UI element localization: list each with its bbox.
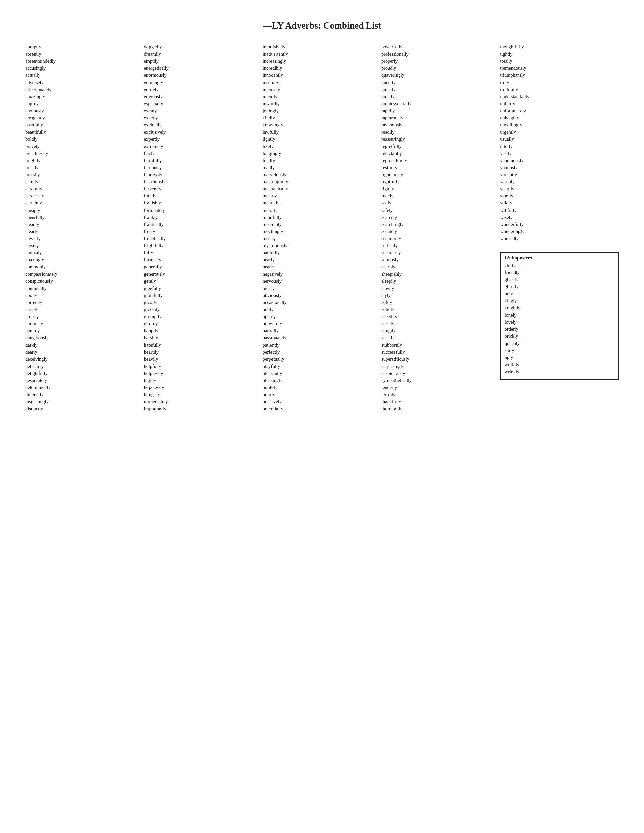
- word-item: righteously: [382, 171, 500, 178]
- word-item: poorly: [262, 391, 382, 398]
- word-item: thoughtfully: [500, 43, 619, 50]
- word-item: knowingly: [262, 121, 382, 129]
- word-item: intensely: [262, 86, 382, 93]
- word-item: desperately: [25, 377, 144, 384]
- word-item: suspiciously: [382, 370, 500, 377]
- word-item: nicely: [262, 285, 382, 292]
- word-item: playfully: [262, 363, 382, 370]
- word-item: coolly: [25, 292, 144, 299]
- word-item: crossly: [25, 313, 144, 320]
- word-item: compassionately: [25, 270, 144, 278]
- word-item: selfishly: [382, 242, 500, 249]
- imposters-word-item: knightly: [505, 304, 614, 312]
- word-item: stingily: [382, 327, 500, 334]
- word-item: understandably: [500, 93, 619, 100]
- word-item: dearly: [25, 349, 144, 356]
- imposters-word-item: queenly: [505, 340, 614, 347]
- word-item: negatively: [262, 270, 382, 278]
- word-item: delicately: [25, 363, 144, 370]
- word-item: guiltily: [144, 320, 262, 327]
- word-item: tremendously: [500, 64, 619, 72]
- word-item: sedately: [382, 228, 500, 235]
- word-item: delightfully: [25, 370, 144, 377]
- word-item: searchingly: [382, 221, 500, 228]
- word-item: wholly: [500, 192, 619, 199]
- word-item: successfully: [382, 349, 500, 356]
- word-item: vastly: [500, 150, 619, 157]
- word-item: cheaply: [25, 207, 144, 214]
- word-item: freely: [144, 228, 262, 235]
- word-item: patiently: [262, 341, 382, 349]
- word-item: speedily: [382, 313, 500, 320]
- word-item: utterly: [500, 143, 619, 150]
- imposters-word-item: ghastly: [505, 276, 614, 283]
- word-item: boldly: [25, 135, 144, 143]
- word-item: loudly: [262, 157, 382, 164]
- word-item: miserably: [262, 221, 382, 228]
- word-item: thoroughly: [382, 405, 500, 412]
- word-item: madly: [262, 164, 382, 171]
- word-item: distinctly: [25, 405, 144, 412]
- word-item: seriously: [382, 256, 500, 263]
- word-item: obviously: [262, 292, 382, 299]
- column-1: abruptlyabsentlyabsentmindedlyaccusingly…: [25, 43, 144, 412]
- word-item: gently: [144, 278, 262, 285]
- word-item: passionately: [262, 334, 382, 341]
- word-item: cheerfully: [25, 214, 144, 221]
- word-item: viciously: [500, 164, 619, 171]
- word-item: thankfully: [382, 398, 500, 405]
- word-item: instantly: [262, 79, 382, 86]
- word-item: unwillingly: [500, 121, 619, 129]
- word-item: outwardly: [262, 320, 382, 327]
- word-item: harshly: [144, 334, 262, 341]
- word-item: exactly: [144, 114, 262, 121]
- word-item: certainly: [25, 199, 144, 206]
- column-3: impulsivelyinadvertentlyincreasinglyincr…: [262, 43, 382, 412]
- word-item: absentmindedly: [25, 58, 144, 64]
- word-item: reproachfully: [382, 157, 500, 164]
- word-item: bravely: [25, 143, 144, 150]
- word-item: grumpily: [144, 313, 262, 320]
- word-item: anxiously: [25, 107, 144, 114]
- word-item: angrily: [25, 100, 144, 107]
- word-item: doggedly: [144, 43, 262, 50]
- word-item: foolishly: [144, 199, 262, 206]
- word-item: partially: [262, 327, 382, 334]
- word-item: triumphantly: [500, 72, 619, 79]
- imposters-word-item: lovely: [505, 318, 614, 326]
- word-item: expertly: [144, 135, 262, 143]
- word-item: fairly: [144, 150, 262, 157]
- word-item: breathlessly: [25, 150, 144, 157]
- word-item: longingly: [262, 150, 382, 157]
- word-item: reassuringly: [382, 135, 500, 143]
- word-item: impulsively: [262, 43, 382, 50]
- word-item: occasionally: [262, 299, 382, 306]
- word-item: unhappily: [500, 114, 619, 121]
- word-item: wisely: [500, 214, 619, 221]
- word-item: marvelously: [262, 171, 382, 178]
- word-item: helpfully: [144, 363, 262, 370]
- word-item: worriedly: [500, 235, 619, 242]
- word-item: heavily: [144, 356, 262, 363]
- word-item: usually: [500, 135, 619, 143]
- word-item: clumsily: [25, 249, 144, 256]
- word-item: sternly: [382, 320, 500, 327]
- word-item: bashfully: [25, 121, 144, 129]
- word-item: perpetually: [262, 356, 382, 363]
- imposters-word-item: worldly: [505, 361, 614, 368]
- word-item: helplessly: [144, 370, 262, 377]
- word-item: neatly: [262, 263, 382, 270]
- word-item: hungrily: [144, 391, 262, 398]
- word-item: wearily: [500, 185, 619, 192]
- word-item: pleasantly: [262, 370, 382, 377]
- word-item: professionally: [382, 50, 500, 58]
- word-item: sympathetically: [382, 377, 500, 384]
- word-item: fearlessly: [144, 171, 262, 178]
- word-item: heartily: [144, 349, 262, 356]
- word-item: continually: [25, 285, 144, 292]
- word-item: mostly: [262, 235, 382, 242]
- word-item: terribly: [382, 391, 500, 398]
- word-item: likely: [262, 143, 382, 150]
- word-item: meekly: [262, 192, 382, 199]
- word-item: inwardly: [262, 100, 382, 107]
